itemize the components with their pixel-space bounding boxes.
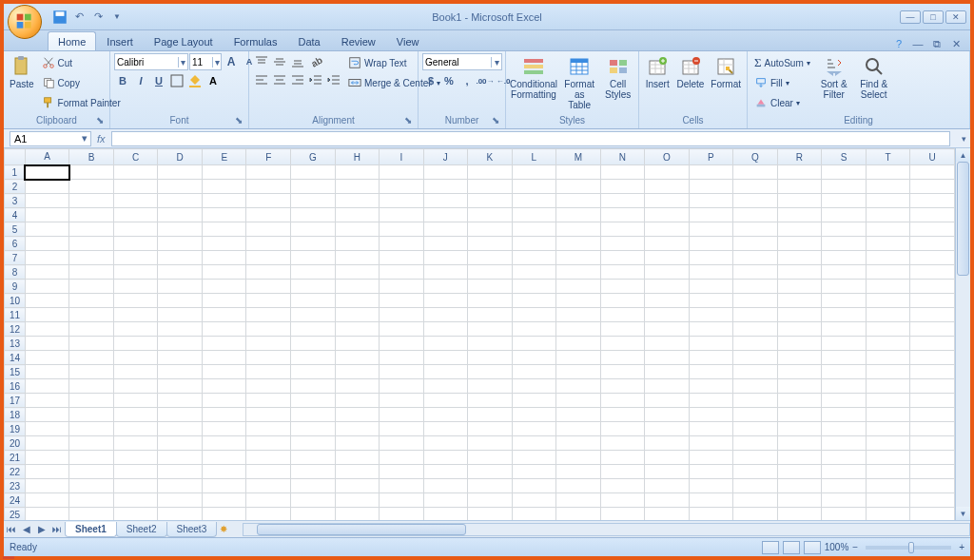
zoom-slider[interactable] (866, 546, 951, 550)
cell-S16[interactable] (822, 379, 867, 394)
cell-B6[interactable] (69, 237, 114, 251)
cell-C13[interactable] (113, 337, 158, 351)
cell-Q16[interactable] (733, 379, 778, 394)
cell-L9[interactable] (512, 280, 556, 294)
number-format-input[interactable] (423, 57, 491, 68)
cell-B3[interactable] (69, 194, 114, 208)
cell-C21[interactable] (113, 451, 158, 465)
cell-N7[interactable] (600, 251, 645, 265)
cell-A17[interactable] (25, 394, 69, 408)
cell-H21[interactable] (335, 451, 380, 465)
office-button[interactable] (8, 5, 42, 39)
cell-L2[interactable] (512, 180, 556, 194)
cell-T10[interactable] (866, 294, 910, 308)
cell-Q24[interactable] (733, 493, 778, 508)
cell-R3[interactable] (777, 194, 822, 208)
cell-U16[interactable] (910, 379, 955, 394)
row-header-1[interactable]: 1 (5, 165, 26, 180)
cell-L3[interactable] (512, 194, 556, 208)
cell-S14[interactable] (822, 351, 867, 365)
cell-L4[interactable] (512, 208, 556, 222)
cell-M4[interactable] (556, 208, 601, 222)
cell-N21[interactable] (600, 451, 645, 465)
column-header-C[interactable]: C (113, 149, 158, 165)
cell-D21[interactable] (158, 451, 203, 465)
cell-O22[interactable] (645, 465, 690, 479)
cell-E13[interactable] (202, 337, 246, 351)
help-button[interactable]: ? (892, 37, 906, 50)
cell-U25[interactable] (910, 508, 955, 521)
cell-N6[interactable] (600, 237, 645, 251)
cell-A18[interactable] (25, 408, 69, 422)
minimize-button[interactable]: — (900, 10, 921, 24)
cell-C5[interactable] (113, 222, 158, 237)
cell-N10[interactable] (600, 294, 645, 308)
cell-U23[interactable] (910, 479, 955, 493)
cell-U20[interactable] (910, 436, 955, 451)
cell-U22[interactable] (910, 465, 955, 479)
cell-J2[interactable] (423, 180, 468, 194)
delete-cells-button[interactable]: Delete (674, 53, 706, 91)
cell-B24[interactable] (69, 493, 114, 508)
cell-J23[interactable] (423, 479, 468, 493)
cell-I21[interactable] (380, 451, 423, 465)
cell-N17[interactable] (600, 394, 645, 408)
cell-R14[interactable] (777, 351, 822, 365)
cell-G23[interactable] (291, 479, 336, 493)
cell-G1[interactable] (291, 165, 336, 180)
row-header-5[interactable]: 5 (5, 222, 26, 237)
cell-A22[interactable] (25, 465, 69, 479)
cell-J15[interactable] (423, 365, 468, 379)
cell-L25[interactable] (512, 508, 556, 521)
cell-I13[interactable] (380, 337, 423, 351)
cell-O12[interactable] (645, 322, 690, 337)
cell-N2[interactable] (600, 180, 645, 194)
cell-B19[interactable] (69, 422, 114, 436)
cell-H8[interactable] (335, 265, 380, 280)
cell-D14[interactable] (158, 351, 203, 365)
cell-F12[interactable] (246, 322, 291, 337)
cell-L17[interactable] (512, 394, 556, 408)
cell-G15[interactable] (291, 365, 336, 379)
cell-E19[interactable] (202, 422, 246, 436)
fill-button[interactable]: Fill▾ (751, 73, 813, 92)
cell-A15[interactable] (25, 365, 69, 379)
close-button[interactable]: ✕ (945, 10, 966, 24)
cell-J1[interactable] (423, 165, 468, 180)
sheet-tab-3[interactable]: Sheet3 (166, 522, 218, 537)
new-sheet-button[interactable]: ✸ (216, 522, 231, 537)
cell-R16[interactable] (777, 379, 822, 394)
cell-C16[interactable] (113, 379, 158, 394)
cell-C15[interactable] (113, 365, 158, 379)
cell-B25[interactable] (69, 508, 114, 521)
cell-D4[interactable] (158, 208, 203, 222)
cell-N24[interactable] (600, 493, 645, 508)
cell-K1[interactable] (468, 165, 513, 180)
cell-A25[interactable] (25, 508, 69, 521)
row-header-11[interactable]: 11 (5, 308, 26, 322)
cell-P12[interactable] (689, 322, 733, 337)
cell-K13[interactable] (468, 337, 513, 351)
cell-L13[interactable] (512, 337, 556, 351)
cell-K12[interactable] (468, 322, 513, 337)
cell-O16[interactable] (645, 379, 690, 394)
cell-B18[interactable] (69, 408, 114, 422)
row-header-14[interactable]: 14 (5, 351, 26, 365)
cell-L15[interactable] (512, 365, 556, 379)
cell-Q23[interactable] (733, 479, 778, 493)
cell-R25[interactable] (777, 508, 822, 521)
number-launcher[interactable]: ⬊ (490, 115, 501, 126)
cell-T6[interactable] (866, 237, 910, 251)
cell-styles-button[interactable]: Cell Styles (601, 53, 634, 102)
cell-F2[interactable] (246, 180, 291, 194)
cell-A4[interactable] (25, 208, 69, 222)
cell-L16[interactable] (512, 379, 556, 394)
cell-I12[interactable] (380, 322, 423, 337)
cell-D15[interactable] (158, 365, 203, 379)
cell-G3[interactable] (291, 194, 336, 208)
column-header-F[interactable]: F (246, 149, 291, 165)
undo-button[interactable]: ↶ (70, 9, 88, 26)
cell-S10[interactable] (822, 294, 867, 308)
cell-B4[interactable] (69, 208, 114, 222)
cell-Q11[interactable] (733, 308, 778, 322)
